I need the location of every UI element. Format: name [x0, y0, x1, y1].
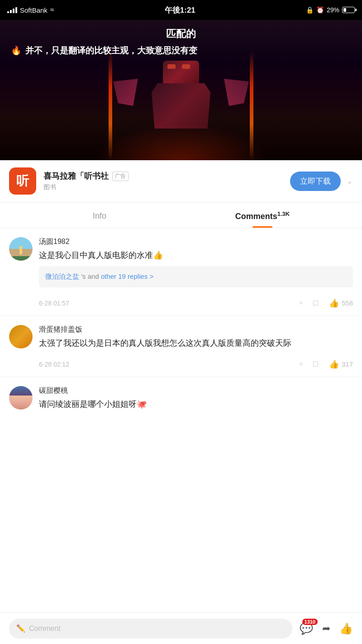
comment-time: 6-28 01:57 [39, 300, 300, 307]
like-button[interactable]: 👍 [339, 622, 353, 635]
comment-username: 滑蛋猪排盖饭 [39, 325, 353, 334]
share-icon: ▫ [300, 298, 302, 308]
like-button[interactable]: 👍 317 [329, 359, 353, 369]
table-row: 汤圆1982 这是我心目中真人版电影的水准👍 微泊泊之盐 's and othe… [0, 228, 362, 316]
comment-text: 请问绫波丽是哪个小姐姐呀🐙 [39, 398, 353, 410]
reply-author-link[interactable]: 微泊泊之盐 [45, 272, 79, 280]
reply-box[interactable]: 微泊泊之盐 's and other 19 replies > [39, 266, 353, 287]
video-overlay-text: 匹配的 [0, 27, 362, 41]
ad-category: 图书 [43, 183, 283, 191]
pencil-icon: ✏️ [16, 624, 25, 633]
comment-content: 汤圆1982 这是我心目中真人版电影的水准👍 微泊泊之盐 's and othe… [39, 237, 353, 315]
share-button[interactable]: ▫ [300, 298, 302, 308]
share-icon: ➦ [322, 623, 330, 634]
carrier-label: SoftBank [20, 6, 48, 14]
notification-badge: 1310 [302, 619, 318, 625]
comment-input[interactable]: ✏️ Comment [9, 619, 292, 639]
comment-content: 滑蛋猪排盖饭 太强了我还以为是日本的真人版我想怎么这次真人版质量高的突破天际 6… [39, 325, 353, 377]
comment-username: 汤圆1982 [39, 237, 353, 247]
comment-text: 太强了我还以为是日本的真人版我想怎么这次真人版质量高的突破天际 [39, 337, 353, 349]
ad-actions: 立即下载 ⌄ [290, 172, 353, 191]
ad-banner: 听 喜马拉雅「听书社 广告 图书 立即下载 ⌄ [0, 160, 362, 202]
share-button[interactable]: ▫ [300, 359, 302, 369]
avatar [9, 386, 33, 410]
battery-percent: 29% [327, 6, 339, 14]
ad-name: 喜马拉雅「听书社 [43, 171, 109, 181]
tab-comments[interactable]: Comments1.3K [181, 202, 344, 228]
tabs-bar: Info Comments1.3K [0, 202, 362, 228]
chevron-down-icon[interactable]: ⌄ [346, 176, 353, 186]
signal-icon [7, 7, 17, 13]
comment-placeholder: Comment [29, 625, 60, 633]
comment-content: 碳甜樱桃 请问绫波丽是哪个小姐姐呀🐙 [39, 386, 353, 415]
comments-count: 1.3K [277, 210, 290, 217]
comment-reply-button[interactable]: □ [313, 298, 318, 308]
thumbsup-icon: 👍 [329, 359, 339, 369]
reply-suffix: 's and [81, 272, 99, 280]
ad-download-button[interactable]: 立即下载 [290, 172, 341, 191]
thumbsup-icon: 👍 [329, 298, 339, 308]
like-count: 317 [342, 360, 353, 368]
ad-label: 广告 [112, 172, 129, 181]
ad-info: 喜马拉雅「听书社 广告 图书 [43, 171, 283, 191]
ad-icon-text: 听 [16, 172, 29, 190]
wifi-icon: ≈ [50, 6, 54, 14]
avatar [9, 237, 33, 261]
table-row: 碳甜樱桃 请问绫波丽是哪个小姐姐呀🐙 [0, 377, 362, 415]
video-player[interactable]: 匹配的 🔥 并不，只是翻译的比较主观，大致意思没有变 [0, 20, 362, 160]
comment-meta: 6-28 01:57 ▫ □ 👍 558 [39, 293, 353, 315]
avatar [9, 325, 33, 348]
status-bar: SoftBank ≈ 午後1:21 🔒 ⏰ 29% [0, 0, 362, 20]
reply-icon: □ [313, 298, 318, 308]
thumbsup-icon: 👍 [339, 622, 353, 635]
comment-username: 碳甜樱桃 [39, 386, 353, 396]
like-button[interactable]: 👍 558 [329, 298, 353, 308]
ad-app-icon: 听 [9, 167, 36, 195]
tab-info[interactable]: Info [18, 203, 181, 227]
share-button[interactable]: ➦ [322, 623, 330, 634]
comment-time: 6-28 02:12 [39, 361, 300, 368]
lock-icon: 🔒 [306, 6, 314, 14]
table-row: 滑蛋猪排盖饭 太强了我还以为是日本的真人版我想怎么这次真人版质量高的突破天际 6… [0, 316, 362, 377]
alarm-icon: ⏰ [316, 6, 324, 14]
status-time: 午後1:21 [165, 5, 195, 15]
comment-actions: ▫ □ 👍 317 [300, 359, 353, 369]
share-icon: ▫ [300, 359, 302, 369]
status-right: 🔒 ⏰ 29% [306, 6, 355, 14]
like-count: 558 [342, 299, 353, 307]
messages-button[interactable]: 💬 1310 [300, 622, 313, 635]
status-left: SoftBank ≈ [7, 6, 54, 14]
comment-actions: ▫ □ 👍 558 [300, 298, 353, 308]
reply-icon: □ [313, 359, 318, 369]
fire-icon: 🔥 [11, 44, 22, 57]
battery-icon [342, 7, 355, 13]
comment-text: 这是我心目中真人版电影的水准👍 [39, 249, 353, 262]
comments-section: 汤圆1982 这是我心目中真人版电影的水准👍 微泊泊之盐 's and othe… [0, 228, 362, 415]
comment-meta: 6-28 02:12 ▫ □ 👍 317 [39, 354, 353, 377]
bottom-bar: ✏️ Comment 💬 1310 ➦ 👍 [0, 612, 362, 644]
mech-visual [95, 52, 267, 160]
comment-reply-button[interactable]: □ [313, 359, 318, 369]
bottom-actions: 💬 1310 ➦ 👍 [300, 622, 353, 635]
reply-more-link[interactable]: other 19 replies > [101, 272, 153, 280]
